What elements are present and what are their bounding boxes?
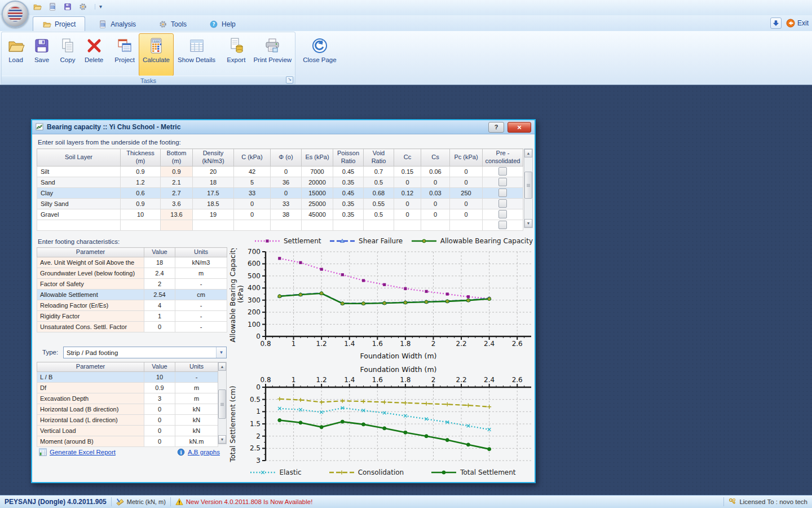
soil-value-cell[interactable]: 25000: [302, 198, 333, 209]
exit-button[interactable]: Exit: [786, 19, 809, 28]
scroll-down-button[interactable]: ▼: [218, 435, 226, 444]
param-name-cell[interactable]: Df: [37, 382, 144, 393]
soil-layer-name-cell[interactable]: Clay: [37, 187, 121, 198]
param-value-cell[interactable]: 3: [144, 393, 175, 404]
soil-value-cell[interactable]: 33: [234, 187, 271, 198]
soil-value-cell[interactable]: 19: [193, 209, 234, 220]
scroll-up-button[interactable]: ▲: [218, 362, 226, 371]
soil-value-cell[interactable]: 20000: [302, 177, 333, 187]
tab-analysis[interactable]: Analysis: [89, 16, 145, 31]
scroll-down-button[interactable]: ▼: [524, 219, 532, 227]
soil-value-cell[interactable]: 0.35: [333, 198, 364, 209]
soil-value-cell[interactable]: 5: [234, 177, 271, 187]
soil-value-cell[interactable]: 0.9: [161, 166, 193, 177]
param-units-cell[interactable]: kN.m: [175, 436, 218, 446]
scroll-thumb[interactable]: [524, 172, 532, 199]
soil-value-cell[interactable]: 0: [394, 198, 421, 209]
param-name-cell[interactable]: Horizontal Load (L direction): [37, 414, 144, 425]
soil-value-cell[interactable]: 0.6: [121, 187, 161, 198]
param-name-cell[interactable]: Excavation Depth: [37, 393, 144, 404]
preconsolidated-checkbox[interactable]: [498, 167, 507, 176]
dialog-launcher-icon[interactable]: ↘: [286, 76, 293, 84]
status-update-notice[interactable]: New Version 4.0.2011.808 Is Now Availabl…: [171, 497, 317, 506]
param-value-cell[interactable]: 0: [144, 321, 175, 332]
param-units-cell[interactable]: -: [175, 278, 227, 289]
quick-access-calculator-icon[interactable]: [47, 1, 58, 12]
soil-value-cell[interactable]: 0.35: [333, 177, 364, 187]
preconsolidated-checkbox[interactable]: [498, 221, 507, 229]
dimension-table-scrollbar[interactable]: ▲▼: [218, 362, 227, 444]
soil-value-cell[interactable]: 18.5: [193, 198, 234, 209]
soil-layer-name-cell[interactable]: Silt: [37, 166, 121, 177]
soil-value-cell[interactable]: 2.1: [161, 177, 193, 187]
soil-value-cell[interactable]: 0.9: [121, 166, 161, 177]
dialog-title-bar[interactable]: Bearing capacity :: Yi Chu School - Metr…: [32, 120, 535, 134]
soil-value-cell[interactable]: 0: [271, 166, 302, 177]
quick-access-save-icon[interactable]: [62, 1, 73, 12]
param-units-cell[interactable]: m: [175, 382, 218, 393]
param-name-cell[interactable]: Rigidity Factor: [37, 310, 144, 321]
soil-value-cell[interactable]: 0: [450, 198, 483, 209]
soil-value-cell[interactable]: 33: [271, 198, 302, 209]
soil-value-cell[interactable]: 0.45: [333, 187, 364, 198]
param-name-cell[interactable]: Vertical Load: [37, 425, 144, 436]
soil-value-cell[interactable]: 0: [271, 187, 302, 198]
param-value-cell[interactable]: 2.54: [144, 289, 175, 300]
soil-value-cell[interactable]: 36: [271, 177, 302, 187]
soil-layer-name-cell[interactable]: Silty Sand: [37, 198, 121, 209]
preconsolidated-checkbox[interactable]: [498, 178, 507, 186]
quick-access-open-folder-icon[interactable]: [32, 1, 43, 12]
soil-layer-name-cell[interactable]: Gravel: [37, 209, 121, 220]
soil-value-cell[interactable]: 0.45: [333, 166, 364, 177]
ribbon-button-close-page[interactable]: Close Page: [299, 33, 340, 76]
soil-value-cell[interactable]: 15000: [302, 187, 333, 198]
toolbar-overflow-chevron-icon[interactable]: ▾: [95, 4, 102, 10]
ribbon-button-project[interactable]: Project: [111, 33, 139, 76]
soil-value-cell[interactable]: 0: [421, 177, 450, 187]
param-value-cell[interactable]: 0: [144, 414, 175, 425]
soil-value-cell[interactable]: 0.35: [333, 209, 364, 220]
soil-value-cell[interactable]: 0.9: [121, 198, 161, 209]
preconsolidated-checkbox[interactable]: [498, 210, 507, 218]
ribbon-button-save[interactable]: Save: [29, 33, 55, 76]
scroll-up-button[interactable]: ▲: [524, 149, 532, 157]
param-units-cell[interactable]: m: [175, 268, 227, 278]
tab-tools[interactable]: Tools: [149, 16, 196, 31]
param-units-cell[interactable]: kN: [175, 425, 218, 436]
ribbon-button-delete[interactable]: Delete: [81, 33, 107, 76]
param-name-cell[interactable]: L / B: [37, 371, 144, 382]
quick-access-gear-icon[interactable]: [77, 1, 89, 12]
param-units-cell[interactable]: cm: [175, 289, 227, 300]
soil-value-cell[interactable]: 0.68: [364, 187, 394, 198]
soil-value-cell[interactable]: 0.06: [421, 166, 450, 177]
soil-value-cell[interactable]: 0: [234, 209, 271, 220]
tab-help[interactable]: ?Help: [200, 16, 245, 31]
param-value-cell[interactable]: 2: [144, 278, 175, 289]
param-units-cell[interactable]: kN: [175, 414, 218, 425]
minimize-ribbon-button[interactable]: [770, 17, 782, 29]
param-name-cell[interactable]: Allowable Settlement: [37, 289, 144, 300]
ribbon-button-print-preview[interactable]: Print Preview: [249, 33, 295, 76]
soil-value-cell[interactable]: 0.5: [364, 209, 394, 220]
preconsolidated-checkbox[interactable]: [498, 189, 507, 197]
soil-value-cell[interactable]: 2.7: [161, 187, 193, 198]
soil-value-cell[interactable]: 0.55: [364, 198, 394, 209]
soil-value-cell[interactable]: 45000: [302, 209, 333, 220]
generate-excel-report-link[interactable]: Generate Excel Report: [39, 448, 116, 456]
param-units-cell[interactable]: -: [175, 300, 227, 310]
soil-value-cell[interactable]: 1.2: [121, 177, 161, 187]
preconsolidated-checkbox[interactable]: [498, 199, 507, 208]
param-units-cell[interactable]: -: [175, 321, 227, 332]
ribbon-button-show-details[interactable]: Show Details: [174, 33, 219, 76]
soil-value-cell[interactable]: 0.5: [364, 177, 394, 187]
ribbon-button-copy[interactable]: Copy: [55, 33, 81, 76]
soil-value-cell[interactable]: 0: [421, 198, 450, 209]
param-name-cell[interactable]: Groundwater Level (below footing): [37, 268, 144, 278]
param-name-cell[interactable]: Unsaturated Cons. Settl. Factor: [37, 321, 144, 332]
param-value-cell[interactable]: 0: [144, 425, 175, 436]
ribbon-button-export[interactable]: Export: [223, 33, 249, 76]
param-value-cell[interactable]: 10: [144, 371, 175, 382]
param-units-cell[interactable]: kN: [175, 404, 218, 414]
footing-type-select[interactable]: Strip / Pad footing ▼: [63, 347, 227, 358]
param-units-cell[interactable]: kN/m3: [175, 257, 227, 268]
